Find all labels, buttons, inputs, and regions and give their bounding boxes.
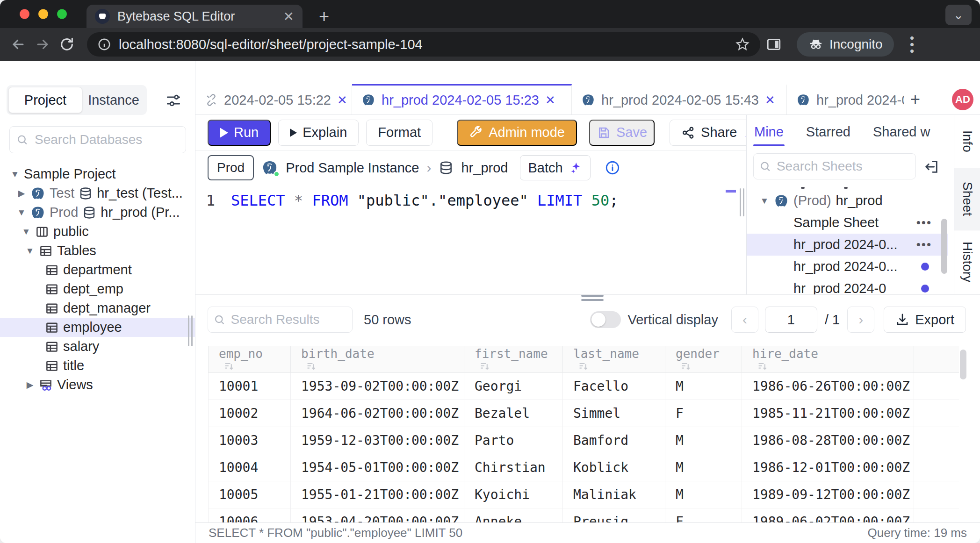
admin-mode-button[interactable]: Admin mode [457, 120, 577, 146]
sheet-menu-icon[interactable]: ••• [916, 237, 932, 252]
sheet-item-unsaved[interactable]: hr_prod 2024-0... [747, 256, 948, 278]
close-tab-icon[interactable]: ✕ [765, 93, 775, 107]
database-name[interactable]: hr_prod [461, 160, 508, 176]
caret-down-icon[interactable]: ▼ [17, 207, 26, 218]
editor-minimap[interactable] [724, 185, 738, 294]
close-tab-icon[interactable]: ✕ [545, 93, 555, 107]
tree-item-department[interactable]: department [0, 260, 195, 279]
caret-down-icon[interactable]: ▼ [760, 196, 769, 206]
sheet-group-hr-prod[interactable]: ▼ (Prod) hr_prod [747, 190, 948, 212]
browser-menu-icon[interactable]: ••• [905, 35, 919, 55]
prev-page-button[interactable]: ‹ [731, 307, 758, 333]
explain-button[interactable]: Explain [278, 120, 359, 146]
table-row[interactable]: 100031959-12-03T00:00:00ZPartoBamfordM19… [209, 427, 959, 454]
url-bar[interactable]: localhost:8080/sql-editor/sheet/project-… [87, 32, 760, 57]
sort-icon[interactable] [479, 361, 490, 372]
caret-down-icon[interactable]: ▼ [10, 169, 20, 179]
sort-icon[interactable] [757, 361, 768, 372]
browser-tab-close-icon[interactable]: ✕ [283, 9, 294, 24]
environment-chip[interactable]: Prod [208, 155, 254, 180]
tree-item-dept-emp[interactable]: dept_emp [0, 279, 195, 299]
tree-item-tables-group[interactable]: ▼ Tables [0, 241, 195, 260]
caret-down-icon[interactable]: ▼ [22, 227, 31, 237]
column-header-emp-no[interactable]: emp_no [209, 346, 291, 373]
splitter-handle[interactable] [581, 295, 604, 301]
instance-name[interactable]: Prod Sample Instance [286, 160, 419, 176]
user-avatar[interactable]: AD [952, 89, 973, 110]
tab-history[interactable]: History [954, 230, 980, 294]
sheet-item-selected[interactable]: hr_prod 2024-0... ••• [747, 234, 948, 256]
column-header-hire-date[interactable]: hire_date [742, 346, 914, 373]
site-info-icon[interactable] [97, 37, 111, 51]
info-icon[interactable] [605, 160, 620, 176]
page-number-input[interactable] [765, 307, 817, 333]
column-header-birth-date[interactable]: birth_date [291, 346, 464, 373]
tree-item-sample-project[interactable]: ▼ Sample Project [0, 164, 195, 184]
tab-project[interactable]: Project [8, 87, 82, 113]
editor-tab-4[interactable]: hr_prod 2024-0 [787, 84, 904, 114]
editor-tab-3[interactable]: hr_prod 2024-02-05 15:43 ✕ [572, 84, 787, 114]
tab-shared-with-me[interactable]: Shared w [872, 118, 931, 146]
tree-item-employee[interactable]: employee [0, 318, 195, 337]
reload-icon[interactable] [59, 36, 78, 52]
window-close-button[interactable] [20, 9, 29, 19]
search-databases-input[interactable] [34, 132, 179, 148]
tree-item-hr-test[interactable]: ▶ Test hr_test (Test... [0, 184, 195, 203]
table-row[interactable]: 100041954-05-01T00:00:00ZChirstianKoblic… [209, 454, 959, 481]
sort-icon[interactable] [578, 361, 589, 372]
tab-info[interactable]: Info [954, 115, 980, 168]
sheet-item-sample-sheet[interactable]: Sample Sheet ••• [747, 212, 948, 234]
sheet-list-scrollbar[interactable] [941, 219, 947, 274]
tab-sheet[interactable]: Sheet [954, 168, 980, 230]
sql-code-editor[interactable]: 1 SELECT * FROM "public"."employee" LIMI… [195, 185, 724, 294]
sort-icon[interactable] [680, 361, 692, 372]
filter-settings-icon[interactable] [165, 92, 182, 109]
batch-button[interactable]: Batch [520, 155, 590, 180]
caret-right-icon[interactable]: ▶ [25, 379, 35, 390]
export-button[interactable]: Export [884, 307, 966, 333]
new-sheet-tab-button[interactable]: + [904, 84, 927, 114]
sheet-item-unsaved-2[interactable]: hr_prod 2024-0 [747, 278, 948, 294]
bookmark-star-icon[interactable] [735, 37, 750, 52]
table-scrollbar[interactable] [960, 350, 966, 379]
tab-search-chevron-button[interactable]: ⌄ [945, 5, 972, 25]
browser-tab[interactable]: Bytebase SQL Editor ✕ [86, 5, 303, 28]
search-sheets-input[interactable] [776, 158, 910, 174]
window-zoom-button[interactable] [57, 9, 67, 19]
tab-instance[interactable]: Instance [82, 93, 145, 108]
sidebar-resize-handle[interactable] [188, 315, 193, 346]
sheet-menu-icon[interactable]: ••• [916, 215, 932, 230]
search-sheets-field[interactable] [753, 153, 916, 179]
search-databases-field[interactable] [9, 126, 186, 153]
panel-resize-handle[interactable] [740, 188, 744, 216]
editor-tab-1[interactable]: 2024-02-05 15:22 ✕ [195, 84, 352, 114]
run-button[interactable]: Run [208, 120, 271, 146]
table-row[interactable]: 100011953-09-02T00:00:00ZGeorgiFacelloM1… [209, 373, 959, 400]
collapse-panel-icon[interactable] [923, 159, 939, 175]
next-page-button[interactable]: › [847, 307, 874, 333]
search-results-field[interactable] [208, 307, 353, 333]
search-results-input[interactable] [230, 312, 346, 328]
tab-starred[interactable]: Starred [805, 118, 851, 146]
caret-right-icon[interactable]: ▶ [17, 188, 26, 199]
window-minimize-button[interactable] [38, 9, 48, 19]
editor-tab-2-active[interactable]: hr_prod 2024-02-05 15:23 ✕ [352, 84, 572, 114]
table-row[interactable]: 100061953-04-20T00:00:00ZAnnekePreusigF1… [209, 508, 959, 523]
tree-item-salary[interactable]: salary [0, 337, 195, 356]
side-panel-icon[interactable] [766, 36, 785, 52]
table-row[interactable]: 100051955-01-21T00:00:00ZKyoichiMaliniak… [209, 481, 959, 508]
tree-item-dept-manager[interactable]: dept_manager [0, 299, 195, 318]
tree-item-views-group[interactable]: ▶ Views [0, 375, 195, 394]
tree-item-schema-public[interactable]: ▼ public [0, 222, 195, 241]
save-button[interactable]: Save [589, 120, 655, 146]
back-icon[interactable] [10, 36, 29, 52]
column-header-first-name[interactable]: first_name [464, 346, 563, 373]
column-header-last-name[interactable]: last_name [563, 346, 665, 373]
vertical-display-toggle[interactable] [590, 311, 621, 328]
column-header-gender[interactable]: gender [665, 346, 742, 373]
sort-icon[interactable] [306, 361, 317, 372]
close-tab-icon[interactable]: ✕ [337, 93, 347, 107]
caret-down-icon[interactable]: ▼ [25, 246, 35, 256]
results-splitter[interactable] [195, 294, 980, 302]
tab-mine[interactable]: Mine [753, 118, 785, 146]
